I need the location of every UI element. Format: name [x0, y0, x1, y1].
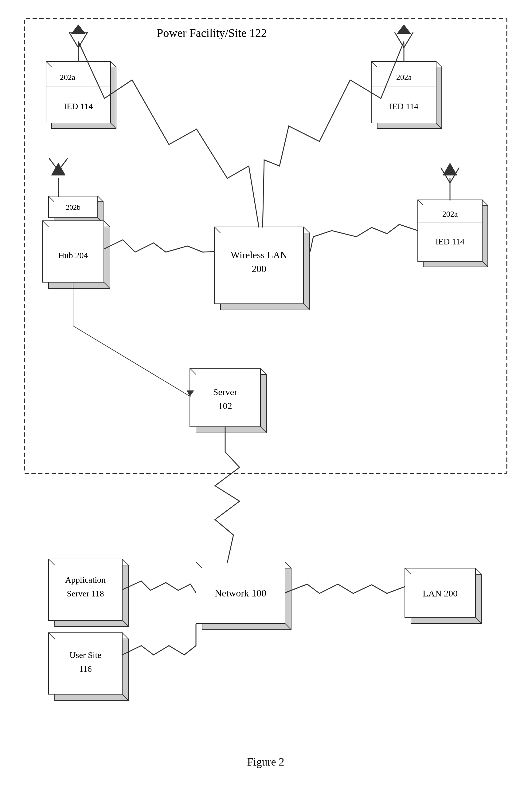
- svg-text:IED 114: IED 114: [435, 237, 465, 246]
- svg-line-76: [122, 559, 128, 565]
- svg-line-27: [482, 200, 488, 205]
- svg-line-53: [104, 221, 110, 227]
- svg-text:Hub 204: Hub 204: [58, 251, 88, 260]
- diagram-svg: Power Facility/Site 122 202a IED 114: [18, 12, 513, 769]
- svg-rect-62: [190, 368, 261, 427]
- svg-text:User Site: User Site: [69, 650, 101, 660]
- svg-line-24: [404, 32, 413, 48]
- svg-text:IED 114: IED 114: [389, 101, 419, 111]
- svg-text:202b: 202b: [66, 203, 80, 211]
- svg-line-39: [304, 227, 310, 233]
- svg-rect-82: [48, 633, 122, 694]
- svg-line-63: [261, 368, 267, 374]
- svg-rect-14: [372, 61, 436, 123]
- svg-line-95: [73, 326, 190, 397]
- svg-rect-1: [46, 61, 110, 123]
- svg-text:102: 102: [218, 400, 232, 411]
- svg-text:Server: Server: [213, 387, 237, 397]
- svg-marker-22: [397, 25, 411, 34]
- svg-line-70: [285, 562, 291, 568]
- svg-text:202a: 202a: [442, 210, 458, 219]
- diagram-container: Power Facility/Site 122 202a IED 114: [18, 12, 513, 769]
- svg-text:IED 114: IED 114: [64, 101, 93, 111]
- svg-line-90: [475, 568, 482, 574]
- svg-line-59: [49, 158, 58, 171]
- svg-line-83: [122, 633, 128, 639]
- svg-text:LAN 200: LAN 200: [423, 588, 458, 598]
- svg-text:Server 118: Server 118: [67, 589, 104, 598]
- facility-label: Power Facility/Site 122: [157, 26, 267, 39]
- svg-line-2: [110, 61, 116, 67]
- svg-text:Application: Application: [65, 575, 106, 585]
- svg-marker-12: [71, 25, 85, 34]
- svg-rect-26: [418, 200, 482, 261]
- svg-text:202a: 202a: [60, 73, 76, 82]
- svg-text:116: 116: [79, 664, 92, 674]
- svg-line-15: [436, 61, 442, 67]
- svg-text:Wireless LAN: Wireless LAN: [231, 249, 287, 260]
- svg-text:202a: 202a: [396, 73, 412, 82]
- svg-text:Network 100: Network 100: [215, 588, 266, 598]
- svg-text:Figure 2: Figure 2: [247, 756, 284, 768]
- svg-marker-34: [443, 163, 457, 175]
- svg-line-60: [58, 158, 67, 171]
- svg-text:200: 200: [251, 263, 266, 274]
- svg-line-47: [98, 196, 103, 202]
